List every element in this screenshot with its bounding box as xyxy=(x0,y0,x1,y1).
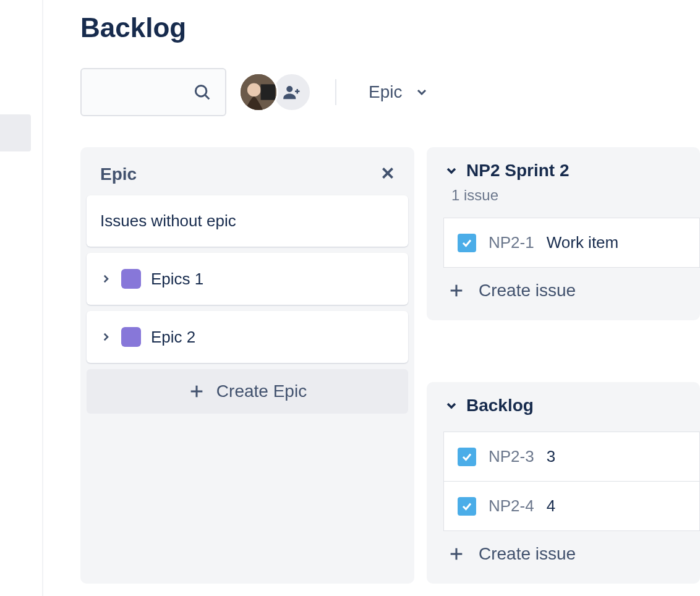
epic-panel: Epic Issues without epic Epics 1 Epic 2 xyxy=(80,147,414,584)
page-title: Backlog xyxy=(80,12,700,43)
issue-title: 3 xyxy=(547,447,555,466)
user-avatar[interactable] xyxy=(239,72,278,112)
sprint-name: NP2 Sprint 2 xyxy=(466,161,569,181)
sprint-issue-count: 1 issue xyxy=(451,187,700,204)
svg-point-4 xyxy=(247,83,261,97)
issue-card[interactable]: NP2-1 Work item xyxy=(443,218,700,268)
add-user-icon xyxy=(283,83,301,101)
epic-panel-title: Epic xyxy=(100,164,137,184)
separator xyxy=(335,79,336,105)
plus-icon xyxy=(448,282,465,299)
avatar-image xyxy=(241,72,276,112)
task-icon xyxy=(458,234,476,252)
issue-card[interactable]: NP2-4 4 xyxy=(443,481,700,531)
svg-line-1 xyxy=(205,95,210,100)
search-icon xyxy=(193,83,211,101)
chevron-down-icon xyxy=(414,85,429,100)
epic-name: Epic 2 xyxy=(151,328,195,347)
backlog-issue-list: NP2-3 3 NP2-4 4 xyxy=(443,432,700,531)
search-input[interactable] xyxy=(80,68,226,116)
epic-item[interactable]: Epic 2 xyxy=(87,311,408,363)
svg-rect-5 xyxy=(261,84,276,100)
issues-without-epic[interactable]: Issues without epic xyxy=(87,195,408,247)
avatar-stack xyxy=(239,72,312,112)
close-epic-panel-button[interactable] xyxy=(380,165,396,184)
issue-key: NP2-4 xyxy=(489,496,534,516)
toolbar: Epic xyxy=(80,68,700,116)
board-area: Epic Issues without epic Epics 1 Epic 2 xyxy=(80,147,700,584)
backlog-section: Backlog NP2-3 3 NP2-4 xyxy=(427,382,700,584)
sprint-header[interactable]: NP2 Sprint 2 xyxy=(444,161,700,181)
filter-label: Epic xyxy=(369,82,402,102)
issue-title: 4 xyxy=(547,496,555,516)
backlog-header[interactable]: Backlog xyxy=(444,396,700,415)
issue-card[interactable]: NP2-3 3 xyxy=(443,432,700,482)
epic-color-swatch xyxy=(121,269,141,289)
issues-without-epic-label: Issues without epic xyxy=(100,211,236,231)
right-column: NP2 Sprint 2 1 issue NP2-1 Work item Cre… xyxy=(427,147,700,584)
sprint-section: NP2 Sprint 2 1 issue NP2-1 Work item Cre… xyxy=(427,147,700,320)
task-icon xyxy=(458,448,476,466)
create-epic-button[interactable]: Create Epic xyxy=(87,369,408,414)
sprint-issue-list: NP2-1 Work item xyxy=(443,218,700,268)
chevron-right-icon xyxy=(100,270,111,289)
task-icon xyxy=(458,497,476,516)
filter-epic-dropdown[interactable]: Epic xyxy=(360,76,438,108)
epic-panel-header: Epic xyxy=(87,153,408,195)
chevron-down-icon xyxy=(444,163,459,178)
issue-key: NP2-1 xyxy=(489,233,534,252)
epic-color-swatch xyxy=(121,327,141,347)
plus-icon xyxy=(188,383,205,400)
create-issue-label: Create issue xyxy=(479,281,576,300)
create-issue-button[interactable]: Create issue xyxy=(444,530,700,577)
left-nav-active-item[interactable] xyxy=(0,114,31,151)
create-issue-button[interactable]: Create issue xyxy=(444,267,700,314)
left-nav xyxy=(0,0,43,596)
create-epic-label: Create Epic xyxy=(216,381,307,401)
main-content: Backlog Epic xyxy=(80,0,700,596)
svg-point-0 xyxy=(195,85,207,96)
backlog-name: Backlog xyxy=(466,396,534,415)
chevron-down-icon xyxy=(444,398,459,413)
create-issue-label: Create issue xyxy=(479,544,576,564)
issue-key: NP2-3 xyxy=(489,447,534,466)
chevron-right-icon xyxy=(100,328,111,347)
plus-icon xyxy=(448,545,465,563)
close-icon xyxy=(380,165,396,181)
epic-item[interactable]: Epics 1 xyxy=(87,253,408,305)
epic-name: Epics 1 xyxy=(151,270,203,289)
issue-title: Work item xyxy=(547,233,619,252)
svg-point-6 xyxy=(286,86,292,92)
